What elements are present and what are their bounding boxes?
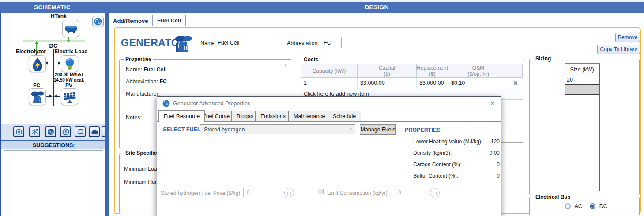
cloud-icon bbox=[91, 128, 98, 135]
generator-advanced-properties-dialog: Generator Advanced Properties — □ ✕ Fuel… bbox=[157, 96, 501, 216]
sizing-table: Size (kW) 20 bbox=[565, 63, 600, 191]
dialog-app-icon bbox=[162, 100, 170, 107]
design-panel-title: DESIGN bbox=[109, 4, 644, 11]
dialog-tab-fuel-resource[interactable]: Fuel Resource bbox=[158, 110, 205, 122]
generator-large-icon bbox=[173, 34, 193, 53]
costs-cell-replacement[interactable]: $3,000.00 bbox=[417, 78, 448, 89]
sizing-column-header: Size (kW) bbox=[565, 64, 599, 75]
limit-consumption-label: Limit Consumption (kg/yr): bbox=[327, 190, 389, 196]
dollar-toolbar-button[interactable]: $ bbox=[60, 126, 71, 137]
costs-header-capital: Capital($) bbox=[358, 64, 417, 78]
pv-label: PV bbox=[60, 82, 78, 89]
htank-component[interactable] bbox=[62, 20, 79, 37]
svg-text:$: $ bbox=[64, 130, 67, 134]
suggestions-header: SUGGESTIONS: bbox=[1, 141, 106, 149]
sulfur-content-label: Sulfur Content (%): bbox=[413, 173, 458, 179]
fuel-property-row: Density (kg/m3): 0.09 bbox=[413, 150, 500, 156]
electric-load-label: Electric Load bbox=[53, 48, 89, 55]
target-icon bbox=[15, 128, 23, 135]
fuel-property-row: Lower Heating Value (MJ/kg): 120 bbox=[413, 138, 500, 145]
prop-name-value: Fuel Cell bbox=[143, 67, 166, 73]
costs-group-title: Costs bbox=[302, 56, 320, 63]
lhv-label: Lower Heating Value (MJ/kg): bbox=[413, 138, 482, 145]
costs-header-capacity: Capacity (kW) bbox=[301, 64, 358, 78]
ac-radio[interactable] bbox=[565, 203, 571, 209]
pv-component[interactable] bbox=[61, 88, 78, 105]
dialog-tab-emissions[interactable]: Emissions bbox=[255, 111, 291, 122]
solar-panel-icon bbox=[62, 89, 78, 105]
dialog-tab-maintenance[interactable]: Maintenance bbox=[288, 111, 331, 122]
generator-abbreviation-input[interactable] bbox=[320, 37, 342, 48]
prop-abbreviation-value: FC bbox=[159, 78, 167, 85]
limit-consumption-checkbox[interactable] bbox=[318, 189, 324, 194]
limit-consumption-advanced-button[interactable]: {..} bbox=[430, 188, 440, 197]
prop-manufacturer-label: Manufacturer: bbox=[126, 91, 160, 97]
select-fuel-label: SELECT FUEL: bbox=[163, 127, 203, 133]
delete-row-icon[interactable]: ✖ bbox=[508, 78, 523, 89]
fuel-select-dropdown[interactable]: Stored hydrogen ˅ bbox=[200, 124, 355, 134]
cube-icon bbox=[77, 128, 84, 135]
fuel-price-label: Stored hydrogen Fuel Price ($/kg): bbox=[161, 190, 241, 196]
fuel-property-row: Carbon Content (%): 0 bbox=[413, 161, 500, 168]
generator-abbreviation-label: Abbreviation: bbox=[287, 40, 319, 46]
remove-button[interactable]: Remove bbox=[615, 33, 640, 42]
hydrogen-tank-icon bbox=[63, 21, 79, 37]
costs-header-om: O&M($/op. hr) bbox=[448, 64, 508, 78]
fuel-price-input[interactable]: 0 bbox=[243, 188, 281, 197]
electrolyzer-component[interactable] bbox=[29, 55, 46, 72]
costs-cell-om[interactable]: $0.10 bbox=[448, 78, 508, 89]
electric-load-component[interactable] bbox=[61, 55, 78, 72]
sizing-value-cell[interactable]: 20 bbox=[565, 75, 599, 85]
maximize-button[interactable]: □ bbox=[466, 98, 477, 108]
minimize-button[interactable]: — bbox=[444, 98, 455, 108]
fuel-properties-title: PROPERTIES bbox=[405, 127, 441, 133]
dc-radio[interactable] bbox=[590, 203, 595, 209]
gears-icon bbox=[94, 17, 102, 26]
electrical-bus-title: Electrical Bus bbox=[534, 194, 572, 200]
cloud-toolbar-button[interactable] bbox=[89, 126, 100, 137]
fuel-price-advanced-button[interactable]: {..} bbox=[284, 188, 294, 197]
fuel-cell-component[interactable] bbox=[29, 88, 46, 105]
load-daily-energy: 200.00 kWh/d bbox=[51, 72, 87, 78]
generator-plant-icon bbox=[30, 89, 45, 105]
wave-chart-toolbar-button[interactable] bbox=[45, 126, 56, 137]
close-button[interactable]: ✕ bbox=[487, 98, 498, 108]
rays-toolbar-button[interactable] bbox=[29, 126, 40, 137]
lightbulb-icon bbox=[62, 56, 78, 72]
electrolyzer-droplet-icon bbox=[30, 56, 45, 72]
tab-fuel-cell[interactable]: Fuel Cell bbox=[152, 15, 186, 26]
minimum-load-label: Minimum Loa bbox=[124, 166, 157, 172]
dialog-title: Generator Advanced Properties bbox=[173, 101, 250, 107]
copy-to-library-button[interactable]: Copy To Library bbox=[597, 45, 640, 54]
schematic-toolbar: $ bbox=[1, 124, 106, 140]
dollar-icon: $ bbox=[62, 128, 69, 135]
sizing-group-title: Sizing bbox=[534, 56, 553, 62]
htank-label: HTank bbox=[43, 13, 74, 19]
dialog-tab-biogas[interactable]: Biogas bbox=[231, 111, 259, 122]
manage-fuels-button[interactable]: Manage Fuels bbox=[360, 124, 396, 135]
cube-toolbar-button[interactable] bbox=[75, 126, 86, 137]
electrolyzer-label: Electrolyzer bbox=[11, 48, 51, 55]
costs-cell-capacity[interactable]: 1 bbox=[301, 78, 358, 89]
tab-add-remove[interactable]: Add/Remove bbox=[113, 18, 148, 24]
costs-table: Capacity (kW) Capital($) Replacement($) … bbox=[301, 64, 523, 100]
limit-consumption-input[interactable]: 0 bbox=[395, 188, 426, 197]
ac-radio-label[interactable]: AC bbox=[574, 203, 582, 209]
sulfur-content-value: 0 bbox=[497, 173, 500, 179]
electrical-bus-group: Electrical Bus AC DC bbox=[529, 197, 640, 215]
target-toolbar-button[interactable] bbox=[13, 126, 24, 137]
properties-scrollbar[interactable]: ˄ bbox=[284, 63, 287, 68]
prop-name-label: Name: bbox=[126, 67, 142, 73]
panel-splitter[interactable] bbox=[105, 13, 109, 216]
minimum-runtime-label: Minimum Rur bbox=[124, 179, 157, 185]
schematic-settings-button[interactable] bbox=[92, 16, 104, 27]
dialog-tab-schedule[interactable]: Schedule bbox=[328, 111, 361, 122]
sizing-empty-row[interactable] bbox=[565, 85, 599, 95]
prop-abbreviation-label: Abbreviation: bbox=[126, 78, 158, 85]
schematic-connectors bbox=[1, 13, 106, 127]
costs-cell-capital[interactable]: $3,000.00 bbox=[358, 78, 417, 89]
dc-radio-label[interactable]: DC bbox=[599, 203, 607, 209]
properties-group-title: Properties bbox=[124, 56, 153, 62]
generator-name-input[interactable] bbox=[214, 37, 279, 48]
suggestions-list[interactable] bbox=[4, 150, 103, 216]
